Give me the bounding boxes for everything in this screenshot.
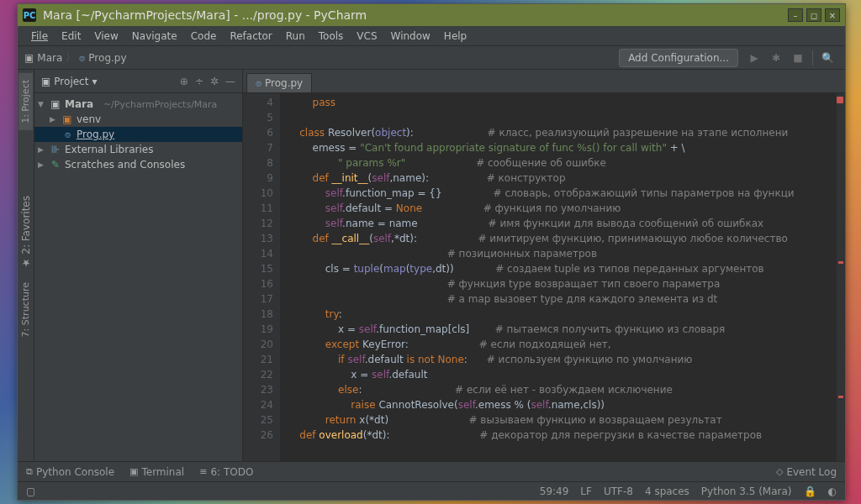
menu-file[interactable]: File	[26, 29, 53, 44]
tool-tab-structure[interactable]: 7: Structure	[18, 276, 33, 344]
breadcrumb: ▣Mara 〉 ⌾Prog.py	[24, 50, 127, 65]
lock-icon[interactable]: 🔒	[804, 486, 816, 497]
stop-icon[interactable]: ■	[790, 50, 806, 66]
project-tree[interactable]: ▼ ▣ Mara ~/PycharmProjects/Mara ▶ ▣ venv…	[34, 93, 242, 176]
menu-edit[interactable]: Edit	[56, 29, 86, 44]
tool-todo[interactable]: ≡ 6: TODO	[199, 466, 253, 478]
menu-refactor[interactable]: Refactor	[224, 29, 277, 44]
menu-run[interactable]: Run	[281, 29, 310, 44]
navigation-toolbar: ▣Mara 〉 ⌾Prog.py Add Configuration... ▶ …	[18, 46, 845, 70]
tree-external-libs[interactable]: ▶ ⊪ External Libraries	[34, 142, 242, 157]
chevron-right-icon: 〉	[66, 50, 76, 65]
menu-help[interactable]: Help	[439, 29, 472, 44]
app-icon: PC	[23, 8, 36, 22]
add-configuration-button[interactable]: Add Configuration...	[619, 49, 738, 67]
library-icon: ⊪	[50, 144, 61, 155]
line-number-gutter: 4567891011121314151617181920212223242526	[243, 93, 280, 461]
menu-vcs[interactable]: VCS	[351, 29, 382, 44]
error-indicator-icon[interactable]	[837, 97, 843, 103]
chevron-right-icon[interactable]: ▶	[50, 115, 58, 123]
tool-windows-icon[interactable]: ▢	[26, 486, 35, 497]
tool-event-log[interactable]: ◇ Event Log	[776, 466, 837, 478]
minimize-button[interactable]: –	[788, 8, 803, 22]
titlebar[interactable]: PC Mara [~/PycharmProjects/Mara] - .../p…	[18, 4, 845, 26]
python-file-icon: ⌾	[61, 129, 73, 140]
settings-icon[interactable]: ✲	[210, 76, 219, 87]
breadcrumb-root[interactable]: ▣Mara	[24, 52, 62, 64]
bottom-toolbar: ⧉ Python Console ▣ Terminal ≡ 6: TODO ◇ …	[18, 461, 845, 481]
folder-icon: ▣	[24, 52, 34, 64]
window-title: Mara [~/PycharmProjects/Mara] - .../prog…	[43, 8, 788, 22]
python-file-icon: ⌾	[256, 77, 261, 89]
run-icon[interactable]: ▶	[746, 50, 763, 66]
menubar: File Edit View Navigate Code Refactor Ru…	[18, 26, 845, 46]
hide-icon[interactable]: —	[225, 76, 235, 87]
menu-tools[interactable]: Tools	[314, 29, 349, 44]
status-indent[interactable]: 4 spaces	[645, 486, 689, 497]
status-line-sep[interactable]: LF	[580, 486, 592, 497]
project-sidebar: ▣ Project ▾ ⊕ ÷ ✲ — ▼ ▣ Mara ~/PycharmPr…	[34, 70, 243, 461]
collapse-icon[interactable]: ÷	[195, 76, 203, 87]
status-cursor-pos[interactable]: 59:49	[540, 486, 569, 497]
status-encoding[interactable]: UTF-8	[604, 486, 633, 497]
error-mark[interactable]	[838, 396, 843, 398]
locate-icon[interactable]: ⊕	[180, 76, 188, 87]
tree-venv[interactable]: ▶ ▣ venv	[34, 112, 242, 127]
chevron-right-icon[interactable]: ▶	[38, 160, 46, 169]
menu-code[interactable]: Code	[186, 29, 222, 44]
code-body[interactable]: pass class Resolver(object): # класс, ре…	[280, 93, 845, 461]
tool-python-console[interactable]: ⧉ Python Console	[26, 466, 114, 478]
sidebar-title[interactable]: ▣ Project ▾	[41, 76, 97, 87]
menu-view[interactable]: View	[89, 29, 123, 44]
tree-file-prog[interactable]: ⌾ Prog.py	[34, 127, 242, 142]
code-editor[interactable]: 4567891011121314151617181920212223242526…	[243, 93, 845, 461]
scratch-icon: ✎	[50, 159, 61, 171]
close-button[interactable]: ×	[825, 8, 840, 22]
maximize-button[interactable]: ◻	[806, 8, 821, 22]
editor-tabs: ⌾ Prog.py	[243, 70, 845, 93]
tree-root[interactable]: ▼ ▣ Mara ~/PycharmProjects/Mara	[34, 97, 242, 112]
breadcrumb-file[interactable]: ⌾Prog.py	[79, 52, 126, 64]
menu-window[interactable]: Window	[386, 29, 436, 44]
error-stripe[interactable]	[837, 93, 845, 461]
left-tool-gutter: 1: Project ★ 2: Favorites 7: Structure	[18, 70, 34, 461]
menu-navigate[interactable]: Navigate	[127, 29, 182, 44]
tree-scratches[interactable]: ▶ ✎ Scratches and Consoles	[34, 157, 242, 172]
status-bar: ▢ 59:49 LF UTF-8 4 spaces Python 3.5 (Ma…	[18, 481, 845, 500]
folder-icon: ▣	[50, 98, 61, 110]
folder-icon: ▣	[61, 113, 73, 125]
search-icon[interactable]: 🔍	[819, 50, 836, 66]
inspector-icon[interactable]: ◐	[828, 486, 837, 497]
chevron-down-icon[interactable]: ▼	[38, 100, 46, 108]
debug-icon[interactable]: ✱	[768, 50, 784, 66]
tab-prog[interactable]: ⌾ Prog.py	[246, 73, 312, 92]
tool-terminal[interactable]: ▣ Terminal	[129, 466, 184, 478]
python-file-icon: ⌾	[79, 52, 85, 64]
tool-tab-favorites[interactable]: ★ 2: Favorites	[18, 189, 34, 276]
tool-tab-project[interactable]: 1: Project	[18, 73, 33, 130]
status-interpreter[interactable]: Python 3.5 (Mara)	[701, 486, 792, 497]
error-mark[interactable]	[838, 261, 843, 264]
chevron-right-icon[interactable]: ▶	[38, 145, 46, 154]
